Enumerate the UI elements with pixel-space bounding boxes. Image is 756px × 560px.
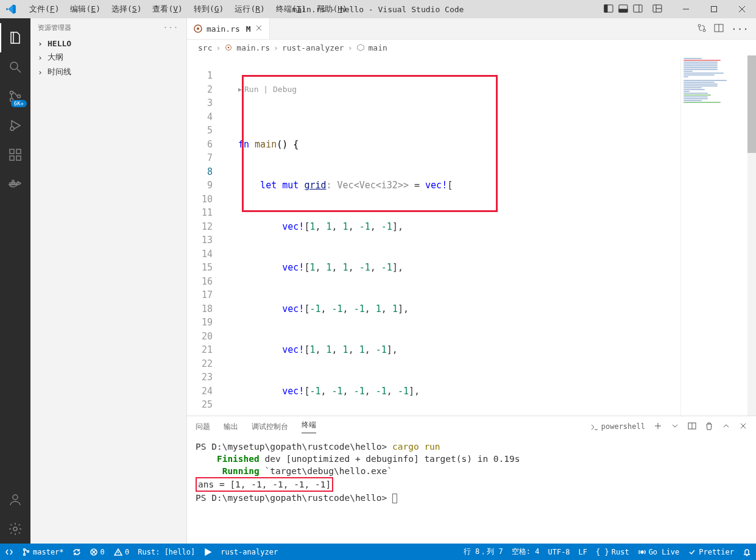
tabs-row: main.rs M ···: [187, 18, 756, 40]
activity-extensions-icon[interactable]: [0, 140, 30, 169]
svg-rect-3: [619, 9, 627, 12]
layout-right-icon[interactable]: [633, 4, 643, 15]
svg-rect-21: [10, 156, 14, 160]
layout-bottom-icon[interactable]: [618, 4, 628, 15]
tab-main-rs[interactable]: main.rs M: [187, 18, 270, 39]
more-actions-icon[interactable]: ···: [731, 23, 749, 35]
status-problems[interactable]: 0 0: [90, 548, 130, 556]
activity-bar: 6K+: [0, 18, 30, 544]
split-editor-icon[interactable]: [714, 23, 724, 35]
split-terminal-icon[interactable]: [688, 422, 696, 432]
sidebar-item-outline[interactable]: ›大纲: [30, 50, 186, 65]
title-bar: 文件(F) 编辑(E) 选择(S) 查看(V) 转到(G) 运行(R) 终端(T…: [0, 0, 756, 18]
svg-rect-4: [634, 5, 642, 12]
status-branch[interactable]: master*: [22, 548, 64, 556]
svg-point-34: [698, 24, 701, 27]
menu-select[interactable]: 选择(S): [107, 1, 146, 17]
sidebar-title: 资源管理器: [38, 23, 71, 32]
breadcrumb[interactable]: src› main.rs› rust-analyzer› main: [187, 40, 756, 55]
activity-account-icon[interactable]: [0, 485, 30, 514]
sidebar-item-hello[interactable]: ›HELLO: [30, 37, 186, 50]
terminal-dropdown-icon[interactable]: [671, 422, 679, 432]
svg-point-55: [641, 551, 643, 553]
status-language[interactable]: { } Rust: [596, 548, 629, 556]
svg-marker-54: [205, 549, 211, 555]
status-encoding[interactable]: UTF-8: [548, 548, 570, 556]
svg-point-48: [24, 553, 26, 555]
svg-point-35: [703, 29, 705, 32]
status-sync-icon[interactable]: [72, 548, 81, 556]
rust-file-icon: [193, 24, 203, 34]
codelens-run-debug[interactable]: ▶Run | Debug: [224, 83, 680, 96]
tab-modified-indicator: M: [246, 24, 251, 34]
activity-scm-icon[interactable]: 6K+: [0, 82, 30, 111]
status-run-icon[interactable]: [203, 548, 212, 556]
window-maximize-button[interactable]: [700, 0, 728, 18]
svg-point-17: [18, 95, 21, 98]
terminal[interactable]: PS D:\mysetup\gopath\rustcode\hello> car…: [187, 437, 756, 544]
activity-settings-icon[interactable]: [0, 514, 30, 544]
activity-explorer-icon[interactable]: [0, 23, 30, 52]
activity-docker-icon[interactable]: [0, 169, 30, 199]
sidebar-more-icon[interactable]: ···: [163, 24, 179, 32]
tab-label: main.rs: [207, 24, 240, 34]
svg-rect-10: [712, 7, 717, 12]
menu-run[interactable]: 运行(R): [230, 1, 269, 17]
svg-rect-22: [16, 156, 21, 160]
vscode-logo-icon: [0, 4, 22, 15]
minimap[interactable]: [680, 55, 747, 416]
status-prettier[interactable]: Prettier: [688, 548, 734, 556]
close-panel-icon[interactable]: [739, 422, 747, 432]
status-rust-project[interactable]: Rust: [hello]: [138, 548, 195, 556]
status-indent[interactable]: 空格: 4: [512, 547, 540, 557]
cursor-icon: [392, 494, 397, 503]
menu-edit[interactable]: 编辑(E): [65, 1, 105, 17]
svg-point-39: [228, 47, 230, 49]
svg-rect-1: [604, 5, 607, 12]
svg-point-31: [197, 27, 199, 30]
terminal-profile-dropdown[interactable]: powershell: [590, 422, 645, 431]
editor-scrollbar[interactable]: [747, 55, 756, 416]
sidebar-explorer: 资源管理器 ··· ›HELLO ›大纲 ›时间线: [30, 18, 187, 544]
code-editor[interactable]: ▶Run | Debug fn main() { let mut grid: V…: [224, 55, 680, 416]
svg-point-29: [13, 527, 17, 531]
panel-tab-output[interactable]: 输出: [224, 422, 238, 432]
menu-help[interactable]: 帮助(H): [312, 1, 352, 17]
sidebar-item-timeline[interactable]: ›时间线: [30, 65, 186, 79]
svg-rect-23: [16, 149, 21, 154]
compare-changes-icon[interactable]: [697, 23, 707, 35]
scm-badge: 6K+: [11, 100, 27, 107]
status-eol[interactable]: LF: [579, 548, 587, 556]
window-minimize-button[interactable]: [672, 0, 700, 18]
activity-debug-icon[interactable]: [0, 111, 30, 140]
symbol-icon: [356, 43, 365, 52]
svg-point-13: [10, 62, 18, 69]
new-terminal-icon[interactable]: [654, 422, 662, 432]
activity-search-icon[interactable]: [0, 52, 30, 82]
panel-tab-terminal[interactable]: 终端: [302, 420, 316, 433]
menu-go[interactable]: 转到(G): [189, 1, 228, 17]
tab-close-icon[interactable]: [255, 24, 263, 34]
editor-group: main.rs M ··· src› main.rs› rust-analyze…: [187, 18, 756, 544]
menu-view[interactable]: 查看(V): [147, 1, 187, 17]
maximize-panel-icon[interactable]: [722, 422, 730, 432]
status-cursor-pos[interactable]: 行 8，列 7: [464, 547, 503, 557]
window-close-button[interactable]: [728, 0, 756, 18]
panel-tab-debug[interactable]: 调试控制台: [252, 422, 288, 432]
svg-rect-27: [12, 180, 14, 182]
status-remote-icon[interactable]: [5, 548, 13, 556]
status-notifications-icon[interactable]: [743, 548, 751, 556]
rust-file-icon: [224, 43, 233, 52]
menu-file[interactable]: 文件(F): [24, 1, 64, 17]
svg-rect-20: [10, 149, 14, 154]
status-go-live[interactable]: Go Live: [638, 548, 680, 556]
layout-customize-icon[interactable]: [652, 4, 662, 15]
kill-terminal-icon[interactable]: [705, 422, 713, 432]
svg-line-14: [17, 69, 21, 73]
svg-point-19: [10, 127, 14, 130]
layout-left-icon[interactable]: [604, 4, 613, 15]
highlight-box-2: ans = [1, -1, -1, -1, -1]: [196, 477, 333, 492]
panel-tab-problems[interactable]: 问题: [196, 422, 210, 432]
menu-term[interactable]: 终端(T): [271, 1, 311, 17]
status-rust-analyzer[interactable]: rust-analyzer: [221, 548, 278, 556]
